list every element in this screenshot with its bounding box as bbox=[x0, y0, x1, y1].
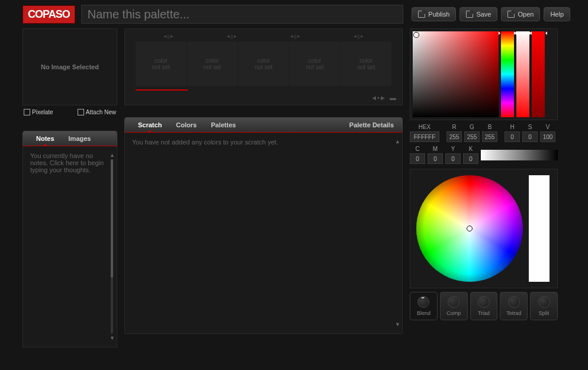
h-input[interactable] bbox=[505, 131, 520, 142]
saturation-box[interactable] bbox=[413, 31, 499, 117]
tab-notes[interactable]: Notes bbox=[29, 135, 62, 142]
hue-slider[interactable] bbox=[501, 31, 514, 117]
save-button[interactable]: Save bbox=[460, 7, 497, 21]
tetrad-knob-icon bbox=[508, 296, 520, 308]
scratch-placeholder: You have not added any colors to your sc… bbox=[132, 139, 278, 146]
publish-icon bbox=[418, 11, 425, 18]
pixelate-icon bbox=[24, 109, 30, 115]
y-input[interactable] bbox=[445, 153, 461, 164]
saturation-cursor[interactable] bbox=[414, 33, 419, 37]
publish-button[interactable]: Publish bbox=[412, 7, 456, 21]
save-icon bbox=[466, 11, 473, 18]
k-label: K bbox=[469, 146, 473, 152]
scroll-up-icon[interactable]: ▲ bbox=[110, 152, 114, 158]
notes-panel[interactable]: You currently have no notes. Click here … bbox=[23, 146, 117, 348]
notes-placeholder: You currently have no notes. Click here … bbox=[30, 152, 104, 173]
hex-label: HEX bbox=[419, 124, 431, 130]
triad-knob-icon bbox=[478, 296, 490, 308]
notes-scrollbar[interactable]: ▲ ▼ bbox=[110, 152, 114, 341]
s-input[interactable] bbox=[522, 131, 538, 142]
help-button[interactable]: Help bbox=[544, 7, 570, 21]
scroll-down-icon[interactable]: ▼ bbox=[110, 335, 114, 341]
tab-colors[interactable]: Colors bbox=[169, 121, 204, 128]
attach-new-button[interactable]: Attach New bbox=[78, 109, 116, 115]
logo: COPASO bbox=[23, 5, 75, 24]
value-slider[interactable] bbox=[532, 31, 545, 117]
h-label: H bbox=[510, 124, 514, 130]
harmony-blend-button[interactable]: Blend bbox=[410, 292, 438, 320]
comp-knob-icon bbox=[448, 296, 460, 308]
grayscale-slider[interactable] bbox=[481, 150, 558, 160]
lightness-marker[interactable] bbox=[516, 31, 529, 35]
scroll-thumb[interactable] bbox=[111, 159, 113, 278]
swatch-5[interactable]: colornot set bbox=[340, 41, 391, 86]
open-icon bbox=[507, 11, 515, 18]
lightness-slider[interactable] bbox=[516, 31, 529, 117]
hue-marker[interactable] bbox=[501, 31, 514, 35]
open-button[interactable]: Open bbox=[501, 7, 540, 21]
middle-tab-header: Scratch Colors Palettes Palette Details bbox=[124, 117, 403, 133]
b-label: B bbox=[488, 124, 492, 130]
swatch-toggle-icon[interactable]: ▬ bbox=[390, 94, 396, 101]
color-preview bbox=[529, 175, 550, 282]
r-label: R bbox=[452, 124, 456, 130]
attach-icon bbox=[78, 109, 84, 115]
scratch-scrollbar[interactable]: ▲ ▼ bbox=[395, 139, 400, 327]
harmony-triad-button[interactable]: Triad bbox=[470, 292, 498, 320]
value-marker[interactable] bbox=[532, 31, 545, 35]
help-label: Help bbox=[550, 11, 564, 18]
wheel-cursor[interactable] bbox=[467, 226, 473, 231]
g-label: G bbox=[470, 124, 474, 130]
v-input[interactable] bbox=[540, 131, 555, 142]
b-input[interactable] bbox=[482, 131, 497, 142]
tab-palette-details[interactable]: Palette Details bbox=[347, 121, 396, 128]
g-input[interactable] bbox=[464, 131, 480, 142]
active-swatch-indicator bbox=[136, 89, 188, 91]
split-knob-icon bbox=[538, 296, 550, 308]
image-drop-area[interactable]: No Image Selected bbox=[23, 28, 117, 105]
harmony-comp-button[interactable]: Comp bbox=[440, 292, 468, 320]
m-label: M bbox=[433, 146, 438, 152]
pixelate-label: Pixelate bbox=[32, 109, 53, 115]
open-label: Open bbox=[518, 11, 534, 18]
tab-scratch[interactable]: Scratch bbox=[131, 121, 169, 128]
publish-label: Publish bbox=[428, 11, 449, 18]
y-label: Y bbox=[451, 146, 455, 152]
attach-label: Attach New bbox=[86, 109, 116, 115]
c-label: C bbox=[415, 146, 419, 152]
k-input[interactable] bbox=[463, 153, 478, 164]
palette-swatches-panel: ◄||►◄||►◄||►◄||► colornot set colornot s… bbox=[124, 28, 403, 105]
save-label: Save bbox=[476, 11, 491, 18]
palette-name-input[interactable] bbox=[81, 5, 404, 24]
swatch-4[interactable]: colornot set bbox=[290, 41, 341, 86]
swatch-3[interactable]: colornot set bbox=[238, 41, 290, 86]
r-input[interactable] bbox=[446, 131, 462, 142]
left-tab-header: Notes Images bbox=[23, 131, 117, 146]
v-label: V bbox=[546, 124, 550, 130]
m-input[interactable] bbox=[428, 153, 443, 164]
scroll-down-icon[interactable]: ▼ bbox=[395, 321, 400, 327]
blend-knob-icon bbox=[417, 296, 429, 308]
harmony-tetrad-button[interactable]: Tetrad bbox=[500, 292, 528, 320]
s-label: S bbox=[528, 124, 532, 130]
image-placeholder-text: No Image Selected bbox=[41, 63, 99, 70]
swatch-1[interactable]: colornot set bbox=[136, 41, 187, 86]
scroll-up-icon[interactable]: ▲ bbox=[395, 139, 400, 144]
swatch-markers: ◄||►◄||►◄||►◄||► bbox=[131, 34, 396, 41]
tab-images[interactable]: Images bbox=[62, 135, 98, 142]
c-input[interactable] bbox=[410, 153, 425, 164]
harmony-split-button[interactable]: Split bbox=[530, 292, 558, 320]
swatch-handle-icon[interactable]: ◄•► bbox=[371, 94, 386, 101]
hex-input[interactable] bbox=[410, 131, 439, 142]
color-wheel[interactable] bbox=[416, 175, 523, 282]
pixelate-button[interactable]: Pixelate bbox=[24, 109, 53, 115]
color-picker-area bbox=[410, 28, 558, 120]
scratch-panel: You have not added any colors to your sc… bbox=[124, 133, 403, 334]
swatch-2[interactable]: colornot set bbox=[187, 41, 239, 86]
tab-palettes[interactable]: Palettes bbox=[204, 121, 243, 128]
